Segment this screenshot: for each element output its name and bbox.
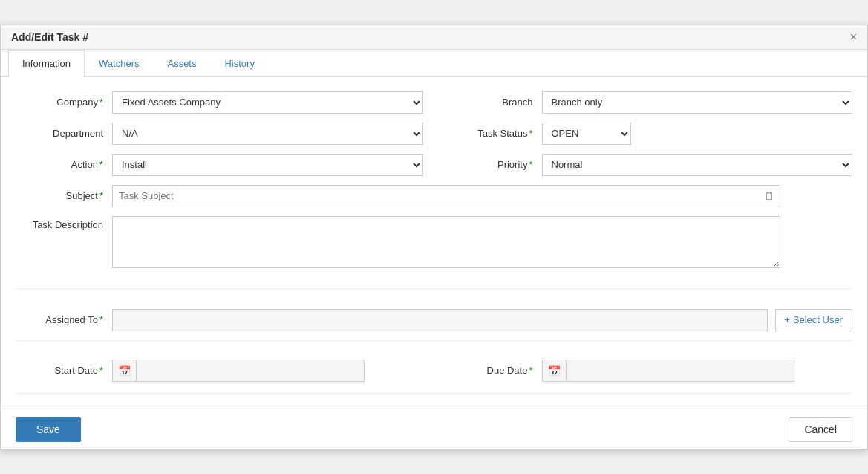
priority-label: Priority* [446, 159, 542, 170]
due-date-label: Due Date* [446, 365, 542, 376]
tabs-bar: Information Watchers Assets History [1, 50, 867, 77]
due-date-required: * [529, 365, 532, 376]
action-required: * [99, 159, 103, 170]
main-form-section: Company* Fixed Assets Company Branch Bra… [16, 91, 852, 289]
due-calendar-icon: 📅 [548, 365, 561, 377]
calendar-icon: 📅 [118, 365, 131, 377]
action-col: Action* Install [16, 154, 423, 176]
subject-label: Subject* [16, 190, 112, 201]
task-description-input[interactable] [112, 216, 780, 268]
select-user-button[interactable]: + Select User [775, 309, 852, 331]
tab-information[interactable]: Information [8, 50, 85, 77]
dialog-body: Company* Fixed Assets Company Branch Bra… [1, 77, 867, 401]
start-date-required: * [99, 365, 103, 376]
task-status-required: * [529, 128, 532, 139]
company-required: * [99, 97, 103, 108]
due-date-col: Due Date* 📅 2021/06/29 08:30 [446, 360, 853, 382]
action-label: Action* [16, 159, 112, 170]
priority-required: * [529, 159, 532, 170]
start-date-col: Start Date* 📅 2021/06/29 08:30 [16, 360, 423, 382]
subject-wrapper: 🗒 [112, 185, 780, 207]
start-date-input[interactable]: 2021/06/29 08:30 [136, 360, 365, 382]
tab-history[interactable]: History [210, 50, 268, 77]
footer-bar: Save Cancel [1, 409, 867, 449]
date-section: Start Date* 📅 2021/06/29 08:30 Due Date*… [16, 352, 852, 394]
department-status-row: Department N/A Task Status* OPEN [16, 123, 852, 145]
department-col: Department N/A [16, 123, 423, 145]
subject-row: Subject* 🗒 [16, 185, 852, 207]
action-select[interactable]: Install [112, 154, 423, 176]
company-select[interactable]: Fixed Assets Company [112, 91, 423, 114]
tab-watchers[interactable]: Watchers [85, 50, 153, 77]
cancel-button[interactable]: Cancel [789, 417, 852, 442]
assigned-to-section: Assigned To* + Select User [16, 300, 852, 341]
company-branch-row: Company* Fixed Assets Company Branch Bra… [16, 91, 852, 114]
start-date-calendar-button[interactable]: 📅 [112, 360, 136, 382]
task-status-select[interactable]: OPEN [542, 123, 631, 145]
due-date-wrapper: 📅 2021/06/29 08:30 [542, 360, 794, 382]
subject-required: * [99, 190, 103, 201]
assigned-to-label: Assigned To* [16, 314, 112, 325]
subject-input[interactable] [112, 185, 780, 207]
tab-assets[interactable]: Assets [153, 50, 210, 77]
task-description-label: Task Description [16, 219, 112, 230]
department-label: Department [16, 128, 112, 139]
due-date-input[interactable]: 2021/06/29 08:30 [566, 360, 794, 382]
branch-col: Branch Branch only [446, 91, 853, 114]
assigned-required: * [99, 314, 103, 325]
assigned-to-input[interactable] [112, 309, 768, 331]
dialog-header: Add/Edit Task # × [1, 25, 867, 50]
subject-col: Subject* 🗒 [16, 185, 852, 207]
dialog-title: Add/Edit Task # [11, 31, 88, 43]
task-status-label: Task Status* [446, 128, 542, 139]
save-button[interactable]: Save [16, 417, 81, 442]
task-description-row: Task Description [16, 216, 852, 268]
company-label: Company* [16, 97, 112, 108]
action-priority-row: Action* Install Priority* Normal [16, 154, 852, 176]
start-date-label: Start Date* [16, 365, 112, 376]
branch-select[interactable]: Branch only [542, 91, 853, 114]
department-select[interactable]: N/A [112, 123, 423, 145]
company-col: Company* Fixed Assets Company [16, 91, 423, 114]
branch-label: Branch [446, 97, 542, 108]
start-date-wrapper: 📅 2021/06/29 08:30 [112, 360, 365, 382]
priority-select[interactable]: Normal [542, 154, 853, 176]
note-icon: 🗒 [764, 190, 774, 202]
task-status-col: Task Status* OPEN [446, 123, 853, 145]
add-edit-task-dialog: Add/Edit Task # × Information Watchers A… [0, 25, 868, 450]
priority-col: Priority* Normal [446, 154, 853, 176]
close-button[interactable]: × [850, 31, 857, 43]
due-date-calendar-button[interactable]: 📅 [542, 360, 566, 382]
